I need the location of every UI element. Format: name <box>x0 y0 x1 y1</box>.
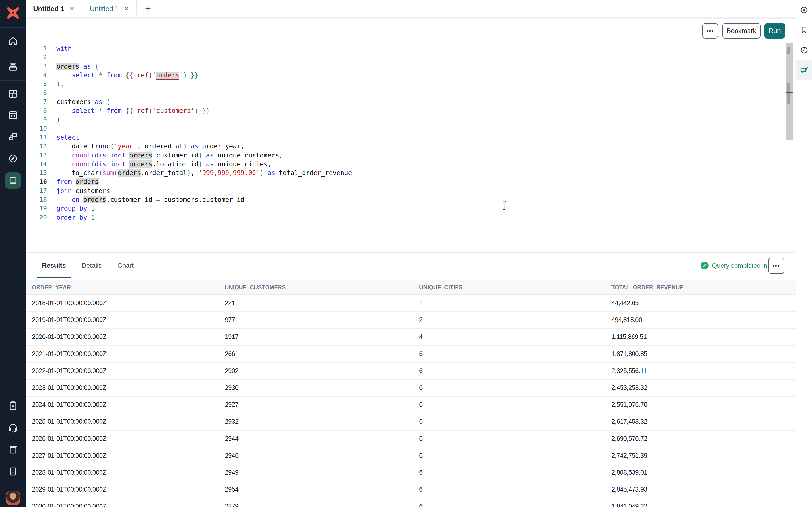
sidebar-item-support[interactable] <box>0 422 26 433</box>
table-row[interactable]: 2023-01-01T00:00:00.000Z293062,453,253.3… <box>26 380 796 397</box>
code-token: as <box>83 63 91 70</box>
code-line: ), <box>56 79 352 89</box>
code-token: customers <box>56 98 91 106</box>
code-token: ref( <box>137 71 152 79</box>
table-cell: 6 <box>419 380 423 396</box>
code-token: ref( <box>137 107 152 114</box>
line-number: 10 <box>26 124 47 133</box>
table-row[interactable]: 2027-01-01T00:00:00.000Z294662,742,751.3… <box>26 448 796 464</box>
table-row[interactable]: 2029-01-01T00:00:00.000Z295462,845,473.9… <box>26 481 796 498</box>
sidebar-item-editor-active[interactable] <box>0 172 26 188</box>
code-token <box>72 178 76 185</box>
table-cell: 4 <box>419 329 423 345</box>
code-token <box>263 169 267 177</box>
code-line: ) <box>56 115 352 124</box>
tab-close-icon[interactable]: ✕ <box>124 5 129 12</box>
code-token: as <box>206 160 214 168</box>
new-tab-button[interactable]: + <box>137 0 159 17</box>
code-token: unique_customers, <box>218 152 283 159</box>
code-token <box>121 107 125 114</box>
results-tab-results[interactable]: Results <box>42 253 66 278</box>
sidebar-item-code-ide[interactable] <box>0 110 26 120</box>
code-token <box>91 63 95 70</box>
column-header[interactable]: TOTAL_ORDER_REVENUE <box>611 280 683 295</box>
code-token: orders <box>75 178 99 185</box>
code-line: on orders.customer_id = customers.custom… <box>56 195 352 204</box>
code-token: order by <box>56 214 87 221</box>
more-options-button[interactable]: ••• <box>702 23 718 39</box>
run-button[interactable]: Run <box>764 23 785 39</box>
right-rail-history[interactable] <box>796 40 812 60</box>
results-more-button[interactable]: ••• <box>768 258 784 274</box>
code-token: ' <box>191 107 195 114</box>
code-token: distinct <box>95 160 125 168</box>
scroll-annotation <box>786 93 791 104</box>
code-line: orders as ( <box>56 62 352 71</box>
table-cell: 2902 <box>225 363 239 379</box>
table-cell: 1,115,869.51 <box>611 329 647 345</box>
table-row[interactable]: 2020-01-01T00:00:00.000Z191741,115,869.5… <box>26 329 796 346</box>
code-token <box>56 160 72 168</box>
table-row[interactable]: 2028-01-01T00:00:00.000Z294962,808,539.0… <box>26 464 796 481</box>
table-cell: 2946 <box>225 448 239 464</box>
table-row[interactable]: 2024-01-01T00:00:00.000Z292762,551,076.7… <box>26 397 796 413</box>
table-cell: 2019-01-01T00:00:00.000Z <box>32 312 106 328</box>
table-cell: 2028-01-01T00:00:00.000Z <box>32 464 106 481</box>
bookmark-button[interactable]: Bookmark <box>722 23 761 39</box>
query-status-text: Query completed in 4s <box>712 262 776 269</box>
column-header[interactable]: UNIQUE_CITIES <box>419 280 463 295</box>
sidebar-item-docs[interactable] <box>0 444 26 455</box>
code-token: from <box>56 178 72 185</box>
code-line: date_trunc('year', ordered_at) as order_… <box>56 142 352 151</box>
code-token <box>56 107 72 114</box>
sidebar-item-lineage[interactable] <box>0 131 26 142</box>
code-token: from <box>106 107 122 114</box>
column-header[interactable]: UNIQUE_CUSTOMERS <box>225 280 286 295</box>
sidebar-item-discover[interactable] <box>0 153 26 164</box>
code-line <box>56 124 352 133</box>
table-row[interactable]: 2019-01-01T00:00:00.000Z9772494,818.00 <box>26 312 796 329</box>
tab-close-icon[interactable]: ✕ <box>69 5 75 12</box>
divider <box>0 27 26 28</box>
table-row[interactable]: 2026-01-01T00:00:00.000Z294462,690,570.7… <box>26 431 796 448</box>
code-token <box>202 152 206 159</box>
table-row[interactable]: 2022-01-01T00:00:00.000Z290262,325,556.1… <box>26 363 796 380</box>
table-row[interactable]: 2018-01-01T00:00:00.000Z221144,442.65 <box>26 295 796 312</box>
sql-editor[interactable]: 1234567891011121314151617181920 withorde… <box>26 42 796 252</box>
table-cell: 1,841,049.32 <box>611 498 647 507</box>
column-header[interactable]: ORDER_YEAR <box>32 280 71 295</box>
code-token: join <box>56 187 72 194</box>
code-token: * <box>99 71 102 79</box>
code-line: select * from {{ ref('orders') }} <box>56 71 352 79</box>
line-number: 8 <box>26 106 47 115</box>
code-token: orders <box>156 71 179 80</box>
document-tab[interactable]: Untitled 1✕ <box>26 0 83 17</box>
sidebar-item-projects[interactable] <box>0 61 26 72</box>
indent-guide <box>58 142 58 151</box>
right-rail-ai-assistant[interactable] <box>796 60 812 80</box>
right-rail-discover[interactable] <box>796 0 812 20</box>
clipboard-icon <box>8 400 18 411</box>
code-token: ( <box>91 152 95 159</box>
editor-scrollbar[interactable] <box>786 42 793 252</box>
right-rail-bookmarks[interactable] <box>796 20 812 40</box>
document-tab[interactable]: Untitled 1✕ <box>83 0 137 17</box>
code-token: count <box>72 160 91 168</box>
sidebar-item-home[interactable] <box>0 36 26 47</box>
table-row[interactable]: 2025-01-01T00:00:00.000Z293262,617,453.3… <box>26 413 796 430</box>
results-tab-details[interactable]: Details <box>82 253 102 278</box>
indent-guide <box>58 169 58 177</box>
app-logo[interactable] <box>0 5 26 21</box>
code-token <box>80 63 83 70</box>
code-token: ' <box>152 71 156 79</box>
table-row[interactable]: 2021-01-01T00:00:00.000Z266161,871,800.8… <box>26 346 796 363</box>
results-tab-chart[interactable]: Chart <box>117 253 134 278</box>
table-row[interactable]: 2030-01-01T00:00:00.000Z287961,841,049.3… <box>26 498 796 507</box>
sidebar-item-dashboards[interactable] <box>0 89 26 99</box>
user-avatar[interactable] <box>0 491 26 505</box>
indent-guide <box>58 71 58 79</box>
sidebar-item-changelog[interactable] <box>0 400 26 411</box>
line-number: 14 <box>26 160 47 169</box>
sidebar-item-organization[interactable] <box>0 466 26 477</box>
code-content[interactable]: withorders as ( select * from {{ ref('or… <box>56 44 352 222</box>
